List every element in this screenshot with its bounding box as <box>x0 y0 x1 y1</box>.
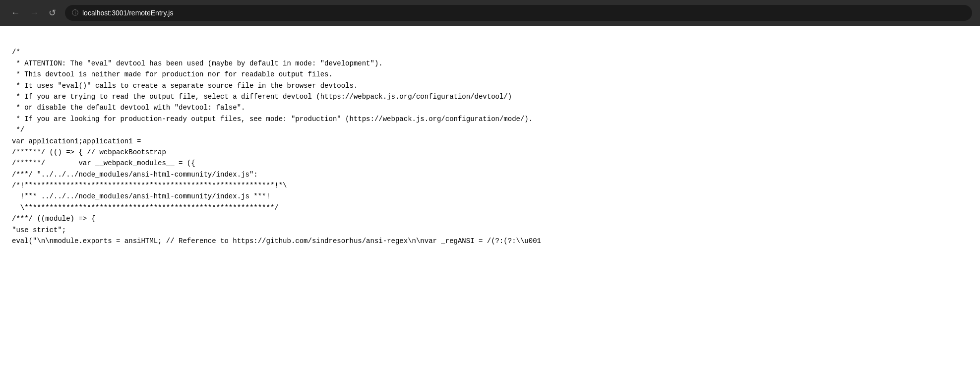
address-bar[interactable]: ⓘ localhost:3001/remoteEntry.js <box>65 5 972 21</box>
code-line: /* <box>12 47 968 58</box>
code-line: */ <box>12 124 968 135</box>
code-line: /******/ var __webpack_modules__ = ({ <box>12 158 968 169</box>
code-line: * ATTENTION: The "eval" devtool has been… <box>12 58 968 69</box>
code-line: * or disable the default devtool with "d… <box>12 102 968 113</box>
code-line: eval("\n\nmodule.exports = ansiHTML; // … <box>12 236 968 246</box>
code-line: /*!*************************************… <box>12 180 968 191</box>
code-line: \***************************************… <box>12 202 968 213</box>
back-button[interactable]: ← <box>8 6 23 19</box>
reload-button[interactable]: ↺ <box>46 6 59 19</box>
code-line: * If you are looking for production-read… <box>12 114 968 124</box>
code-display: /* * ATTENTION: The "eval" devtool has b… <box>0 26 980 256</box>
code-line: /***/ ((module) => { <box>12 213 968 224</box>
nav-buttons: ← → ↺ <box>8 6 59 19</box>
url-display: localhost:3001/remoteEntry.js <box>82 9 173 17</box>
browser-toolbar: ← → ↺ ⓘ localhost:3001/remoteEntry.js <box>0 0 980 26</box>
code-line: * This devtool is neither made for produ… <box>12 69 968 80</box>
security-icon: ⓘ <box>72 8 78 17</box>
forward-button[interactable]: → <box>27 6 42 19</box>
code-line: * If you are trying to read the output f… <box>12 91 968 102</box>
code-line: "use strict"; <box>12 225 968 236</box>
code-line: var application1;application1 = <box>12 136 968 147</box>
code-line: !*** ../../../node_modules/ansi-html-com… <box>12 191 968 202</box>
code-line: /******/ (() => { // webpackBootstrap <box>12 147 968 158</box>
code-line: /***/ "../../../node_modules/ansi-html-c… <box>12 169 968 180</box>
code-line: * It uses "eval()" calls to create a sep… <box>12 80 968 91</box>
